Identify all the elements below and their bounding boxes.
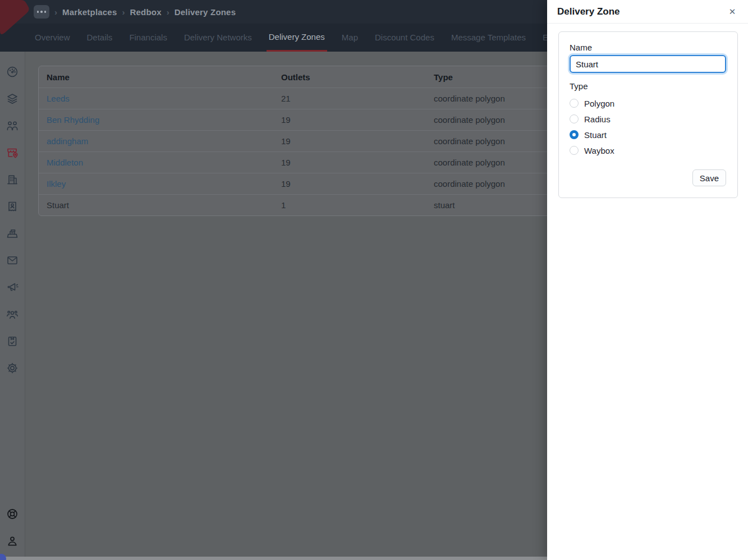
tab-message-templates[interactable]: Message Templates [449,24,528,52]
column-header-name: Name [47,72,281,82]
radio-option-stuart[interactable]: Stuart [570,127,726,143]
radio-unselected-icon[interactable] [570,114,579,123]
form-actions: Save [570,169,726,186]
type-field-label: Type [570,81,726,91]
radio-option-radius[interactable]: Radius [570,111,726,127]
radio-option-label: Waybox [584,146,614,155]
close-icon[interactable]: ✕ [727,6,738,17]
tab-discount-codes[interactable]: Discount Codes [373,24,437,52]
tab-delivery-networks[interactable]: Delivery Networks [182,24,254,52]
radio-selected-icon[interactable] [570,130,579,139]
customers-icon[interactable] [6,119,19,132]
brand-logo [0,0,62,53]
delivery-zone-drawer: Delivery Zone ✕ Name Type Polygon Radius… [547,0,748,560]
dashboard-gauge-icon[interactable] [6,65,19,79]
tab-map[interactable]: Map [339,24,360,52]
settings-gear-icon[interactable] [6,361,19,375]
app-window: › Marketplaces › Redbox › Delivery Zones… [0,0,748,560]
clipboard-check-icon[interactable] [6,334,19,348]
team-icon[interactable] [6,307,19,321]
radio-option-label: Radius [584,114,611,124]
zone-link[interactable]: Ben Rhydding [47,115,281,125]
radio-option-waybox[interactable]: Waybox [570,143,726,158]
zone-link[interactable]: addingham [47,136,281,146]
ellipsis-icon [37,11,39,13]
drawer-header: Delivery Zone ✕ [547,0,748,24]
save-button[interactable]: Save [692,169,726,186]
ellipsis-icon [40,11,43,13]
receipt-icon[interactable] [6,200,19,213]
breadcrumb-item-redbox[interactable]: Redbox [130,7,161,17]
zone-link[interactable]: Middleton [47,158,281,167]
outlets-cell: 19 [281,115,434,125]
sidebar [0,52,25,560]
layers-icon[interactable] [6,92,19,105]
zone-name-cell: Stuart [47,200,281,210]
radio-option-polygon[interactable]: Polygon [570,95,726,111]
name-field-label: Name [570,43,726,52]
outlets-cell: 1 [281,200,434,210]
radio-unselected-icon[interactable] [570,99,579,108]
tab-details[interactable]: Details [85,24,115,52]
delivery-zone-form: Name Type Polygon Radius Stuart Waybox S… [558,31,738,198]
outlets-cell: 19 [281,158,434,167]
zone-link[interactable]: Leeds [47,94,281,103]
breadcrumb-menu-button[interactable] [34,5,49,19]
mail-icon[interactable] [6,254,19,267]
tab-financials[interactable]: Financials [127,24,169,52]
radio-option-label: Polygon [584,99,614,108]
column-header-outlets: Outlets [281,72,434,82]
outlets-cell: 19 [281,179,434,189]
chevron-right-icon: › [122,7,125,17]
account-user-icon[interactable] [6,534,19,548]
outlets-cell: 19 [281,136,434,146]
cash-register-icon[interactable] [6,227,19,240]
breadcrumb-item-marketplaces[interactable]: Marketplaces [62,7,117,17]
drawer-title: Delivery Zone [557,6,620,17]
storefront-pin-icon[interactable] [6,146,19,159]
zone-link[interactable]: Ilkley [47,179,281,189]
help-lifebuoy-icon[interactable] [6,507,19,521]
building-icon[interactable] [6,173,19,186]
ellipsis-icon [44,11,47,13]
breadcrumb-item-delivery-zones: Delivery Zones [175,7,236,17]
tab-delivery-zones[interactable]: Delivery Zones [267,24,327,52]
outlets-cell: 21 [281,94,434,103]
megaphone-icon[interactable] [6,281,19,294]
chevron-right-icon: › [167,7,169,17]
name-input[interactable] [570,55,726,73]
radio-option-label: Stuart [584,130,607,140]
radio-unselected-icon[interactable] [570,146,579,155]
